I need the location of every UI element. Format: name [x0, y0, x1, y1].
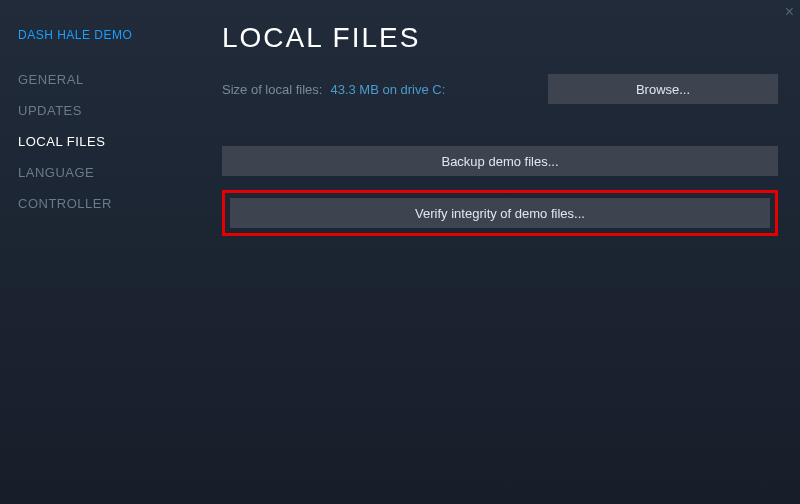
browse-button[interactable]: Browse...: [548, 74, 778, 104]
verify-highlight: Verify integrity of demo files...: [222, 190, 778, 236]
sidebar-item-general[interactable]: GENERAL: [18, 64, 200, 95]
main-panel: LOCAL FILES Size of local files: 43.3 MB…: [200, 0, 800, 504]
sidebar: DASH HALE DEMO GENERAL UPDATES LOCAL FIL…: [0, 0, 200, 504]
game-title: DASH HALE DEMO: [18, 28, 200, 42]
page-title: LOCAL FILES: [222, 22, 778, 54]
sidebar-item-controller[interactable]: CONTROLLER: [18, 188, 200, 219]
local-files-info-row: Size of local files: 43.3 MB on drive C:…: [222, 74, 778, 104]
close-button[interactable]: ×: [785, 4, 794, 20]
action-buttons: Backup demo files... Verify integrity of…: [222, 146, 778, 236]
size-value: 43.3 MB on drive C:: [330, 82, 445, 97]
backup-button[interactable]: Backup demo files...: [222, 146, 778, 176]
verify-integrity-button[interactable]: Verify integrity of demo files...: [230, 198, 770, 228]
sidebar-item-updates[interactable]: UPDATES: [18, 95, 200, 126]
size-label: Size of local files:: [222, 82, 322, 97]
sidebar-item-local-files[interactable]: LOCAL FILES: [18, 126, 200, 157]
sidebar-item-language[interactable]: LANGUAGE: [18, 157, 200, 188]
